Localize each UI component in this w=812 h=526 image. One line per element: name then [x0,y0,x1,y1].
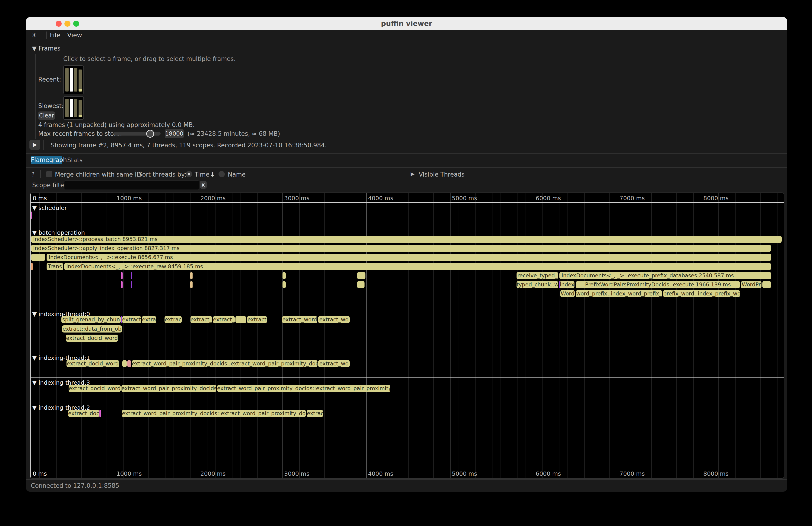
scope-filter-input[interactable] [64,180,199,190]
axis-tick-label: 7000 ms [620,195,645,202]
max-frames-value[interactable]: 18000 [165,129,184,138]
scope-bar[interactable] [357,281,364,288]
scope-bar[interactable] [235,316,246,323]
frame-bar-selected [70,99,73,117]
axis-tick-label: 8000 ms [703,195,728,202]
scope-bar[interactable] [190,272,192,279]
sort-time-radio[interactable] [186,171,192,177]
scope-bar[interactable]: receive_typed_ [517,272,558,279]
visible-threads-label[interactable]: Visible Threads [419,171,465,178]
axis-tick-label: 4000 ms [368,195,393,202]
scope-bar[interactable]: extract_docid_word [66,335,118,342]
scope-bar[interactable]: extrac [164,316,182,323]
axis-tick-label: 2000 ms [201,470,226,477]
scope-bar[interactable]: IndexDocuments<_, _>::execute 8656.677 m… [47,254,771,261]
scope-bar[interactable]: extract [122,316,141,323]
menu-file[interactable]: File [50,30,60,40]
scope-bar[interactable]: extract_word_pair_proximity_docids::extr… [217,385,390,392]
scope-bar[interactable]: extract [247,316,267,323]
scope-filter-label: Scope filter: [32,182,68,189]
indent-line [35,54,36,139]
tab-flamegraph[interactable]: Flamegraph [31,156,62,164]
tab-stats[interactable]: Stats [67,157,83,164]
thread-collapse-toggle[interactable]: ▼ indexing-thread:1 [32,354,90,361]
flamegraph-canvas[interactable]: 0 ms1000 ms2000 ms3000 ms4000 ms5000 ms6… [30,192,784,479]
axis-tick-label: 0 ms [33,195,47,202]
help-button[interactable]: ? [31,171,35,178]
scope-bar[interactable]: extract_ [213,316,235,323]
section-separator [30,378,784,378]
frames-section-toggle[interactable]: ▼ Frames [32,45,60,52]
theme-toggle-icon[interactable]: ☀ [31,30,37,40]
scope-bar[interactable]: extract_wo [318,360,350,367]
scope-bar[interactable]: extract_word_pair_proximity_docids::extr… [122,410,306,417]
scope-bar[interactable] [31,254,45,261]
scope-bar[interactable]: extract_wo [318,316,350,323]
scope-bar[interactable] [31,211,32,219]
axis-tick-label: 0 ms [33,470,47,477]
scope-bar[interactable]: Trans [47,263,63,270]
scope-bar[interactable]: extract_word_pair_proximity_docids [121,385,216,392]
thread-collapse-toggle[interactable]: ▼ batch-operation [32,230,85,236]
scope-bar[interactable]: word_prefix::index_word_prefix_ [576,290,662,297]
scope-bar[interactable]: IndexDocuments<_, _>::execute_raw 8459.1… [64,263,771,270]
menu-view[interactable]: View [67,30,82,40]
sort-direction-icon[interactable]: ⬇ [210,171,215,178]
scope-bar[interactable]: typed_chunk::w [517,281,558,288]
scope-bar[interactable]: index [560,281,575,288]
title-bar[interactable]: puffin viewer [26,17,787,30]
scope-bar[interactable] [127,360,131,367]
scope-bar[interactable] [121,281,122,288]
frames-summary: 4 frames (1 unpacked) using approximatel… [38,121,195,128]
merge-children-checkbox[interactable] [46,171,53,177]
scope-bar[interactable] [99,410,101,417]
slowest-frames-thumbnail[interactable] [63,96,84,120]
scope-bar[interactable]: IndexScheduler>::process_batch 8953.821 … [31,236,782,243]
scope-bar[interactable]: extract::data_from_ob [62,325,122,333]
merge-children-label[interactable]: Merge children with same ID [55,171,141,178]
scope-bar[interactable] [282,281,286,288]
sort-name-label[interactable]: Name [228,171,246,178]
menu-bar: ☀ File View [26,30,787,41]
scope-bar[interactable] [121,272,122,279]
canvas-left-edge [30,193,31,478]
thread-collapse-toggle[interactable]: ▼ indexing-thread:0 [32,311,90,318]
scope-bar[interactable]: extract_word [282,316,317,323]
scope-bar[interactable] [122,360,127,367]
scope-bar[interactable] [121,316,122,323]
recent-frames-thumbnail[interactable] [63,65,84,94]
scope-bar[interactable] [763,281,771,288]
scope-bar[interactable]: Word [560,290,575,297]
section-separator [30,403,784,403]
scope-bar[interactable] [31,263,33,270]
play-pause-button[interactable]: ▶ [29,140,40,150]
axis-tick-label: 5000 ms [452,470,477,477]
scope-bar[interactable]: extra [142,316,156,323]
scope-bar[interactable]: IndexDocuments<_, _>::execute_prefix_dat… [560,272,771,279]
scope-bar[interactable]: IndexScheduler>::apply_index_operation 8… [31,245,771,252]
scope-bar[interactable]: PrefixWordPairsProximityDocids::execute … [576,281,740,288]
thread-collapse-toggle[interactable]: ▼ scheduler [32,205,67,211]
sort-time-label[interactable]: Time [195,171,209,178]
scope-bar[interactable]: extract_ [190,316,212,323]
scope-bar[interactable] [131,272,132,279]
divider [26,167,787,168]
thread-collapse-toggle[interactable]: ▼ indexing-thread:3 [32,379,90,386]
scope-bar[interactable]: WordPr [741,281,762,288]
scope-bar[interactable]: extrac [307,410,323,417]
frame-bar [66,68,69,91]
visible-threads-collapse-icon[interactable]: ▶ [411,171,415,177]
scope-bar[interactable]: prefix_word::index_prefix_wo [663,290,740,297]
scope-bar[interactable] [131,281,132,288]
scope-bar[interactable] [190,281,192,288]
section-separator [30,309,784,309]
max-frames-note: (≈ 23428.5 minutes, ≈ 68 MB) [187,130,280,137]
scope-bar[interactable] [282,272,286,279]
clear-button[interactable]: Clear [38,112,55,120]
thread-collapse-toggle[interactable]: ▼ indexing-thread:2 [32,404,90,411]
clear-filter-button[interactable]: x [200,181,207,189]
scope-bar[interactable] [357,272,365,279]
sort-name-radio[interactable] [219,171,225,177]
slider-knob[interactable] [146,130,154,138]
scope-bar[interactable]: extract_word_pair_proximity_docids::extr… [132,360,318,367]
